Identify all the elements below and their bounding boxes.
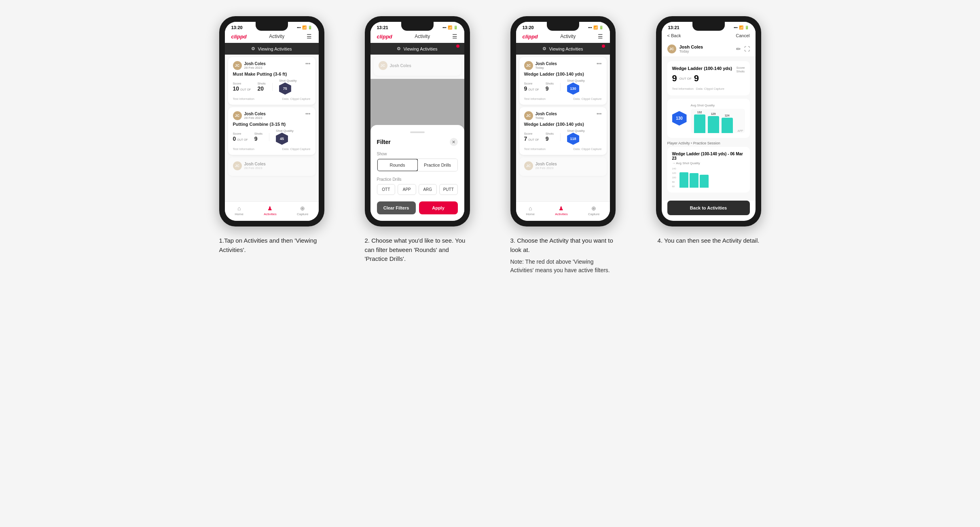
banner-text-1: Viewing Activities (258, 47, 292, 51)
activity-card-3-3: JC Josh Coles 28 Feb 2023 (519, 157, 607, 176)
card-dots-1-2[interactable]: ••• (305, 111, 311, 117)
footer-left-1-1: Test Information (233, 97, 254, 101)
shots-label-1-1: Shots (257, 82, 265, 85)
screen-2-bg: JC Josh Coles Filter (370, 55, 464, 221)
detail-drill-card-4: Wedge Ladder (100-140 yds) - 06 Mar 23 →… (667, 147, 750, 193)
signal-icon-2: ▪▪▪ (442, 25, 447, 30)
bar-3: 124 (722, 114, 733, 133)
card-stats-1-2: Score 0 OUT OF Shots 9 (233, 129, 311, 145)
sq-badge-3-2: 118 (567, 133, 579, 145)
step-3-description: 3. Choose the Activity that you want to … (510, 236, 616, 275)
detail-content-4: Wedge Ladder (100-140 yds) Score Shots 9 (662, 57, 756, 201)
detail-user-bar-4: JC Josh Coles Today ✏ ⛶ (662, 41, 756, 57)
card-title-1-2: Putting Combine (3-15 ft) (233, 122, 311, 127)
chart-x-label: APP (737, 129, 743, 132)
nav-capture-3[interactable]: ⊕ Capture (588, 205, 599, 216)
filter-handle-2 (410, 131, 425, 133)
status-icons-2: ▪▪▪ 📶 🔋 (442, 25, 458, 30)
detail-user-name-4: Josh Coles (679, 44, 703, 49)
nav-capture-1[interactable]: ⊕ Capture (297, 205, 308, 216)
activity-card-1-2[interactable]: JC Josh Coles 28 Feb 2023 ••• Putting Co… (228, 107, 315, 155)
back-button-4[interactable]: < Back (667, 33, 681, 38)
bg-card-2: JC Josh Coles (374, 57, 461, 76)
time-3: 13:20 (523, 25, 534, 30)
nav-activities-3[interactable]: ♟ Activities (555, 205, 568, 216)
detail-actions-4: ✏ ⛶ (736, 46, 750, 52)
clear-filters-btn[interactable]: Clear Filters (377, 201, 416, 214)
home-icon-1: ⌂ (237, 205, 241, 212)
step-2-description: 2. Choose what you'd like to see. You ca… (365, 236, 470, 264)
step-4-description: 4. You can then see the Activity detail. (658, 236, 760, 246)
filter-icon-3: ⚙ (542, 46, 546, 51)
score-group-1-1: Score 10 OUT OF (233, 82, 251, 92)
status-icons-3: ▪▪▪ 📶 🔋 (588, 25, 603, 30)
card-title-3-1: Wedge Ladder (100-140 yds) (524, 72, 602, 76)
nav-activities-1[interactable]: ♟ Activities (264, 205, 277, 216)
nav-home-1[interactable]: ⌂ Home (235, 205, 243, 216)
screen-2: 13:21 ▪▪▪ 📶 🔋 clippd Activity ☰ ⚙ Vi (370, 22, 464, 221)
status-icons-4: ▪▪▪ 📶 🔋 (734, 25, 749, 30)
nav-home-3[interactable]: ⌂ Home (526, 205, 535, 216)
drill-label-2: Practice Drills (377, 177, 458, 182)
expand-icon-4[interactable]: ⛶ (744, 46, 750, 52)
practice-session-label-4: Player Activity • Practice Session (667, 141, 750, 145)
score-group-1-2: Score 0 OUT OF (233, 132, 248, 142)
apply-btn[interactable]: Apply (419, 201, 458, 214)
menu-icon-3[interactable]: ☰ (598, 33, 603, 40)
putt-btn[interactable]: PUTT (439, 184, 458, 195)
filter-icon-1: ⚙ (251, 46, 255, 51)
filter-header-2: Filter ✕ (377, 138, 458, 146)
avg-sq-label-4: Avg Shot Quality (691, 104, 745, 107)
user-info-1-2: JC Josh Coles 28 Feb 2023 (233, 111, 266, 120)
menu-icon-2[interactable]: ☰ (452, 33, 457, 40)
time-2: 13:21 (377, 25, 388, 30)
wifi-icon-4: 📶 (739, 25, 743, 30)
menu-icon-1[interactable]: ☰ (307, 33, 312, 40)
stat-divider-1-1 (272, 83, 273, 91)
activity-card-3-1[interactable]: JC Josh Coles Today ••• Wedge Ladder (10… (519, 57, 607, 105)
activity-banner-2[interactable]: ⚙ Viewing Activities (370, 43, 464, 55)
detail-card-title-4: Wedge Ladder (100-140 yds) (672, 66, 732, 71)
nav-bar-3: clippd Activity ☰ (516, 32, 610, 43)
bar-chart-4: 132 129 124 (691, 109, 745, 133)
detail-data-source-4: Data: Clippd Capture (696, 87, 724, 91)
filter-close-btn[interactable]: ✕ (450, 138, 458, 146)
nav-title-1: Activity (269, 34, 284, 39)
activity-banner-1[interactable]: ⚙ Viewing Activities (225, 43, 319, 55)
red-dot-2 (456, 44, 459, 48)
activity-banner-3[interactable]: ⚙ Viewing Activities (516, 43, 610, 55)
step-4-col: 13:21 ▪▪▪ 📶 🔋 < Back Cancel JC (644, 16, 773, 275)
card-stats-1-1: Score 10 OUT OF Shots 20 (233, 79, 311, 95)
edit-icon-4[interactable]: ✏ (736, 46, 741, 52)
footer-right-1-1: Data: Clippd Capture (282, 97, 310, 101)
card-title-3-2: Wedge Ladder (100-140 yds) (524, 122, 602, 127)
activity-card-3-2[interactable]: JC Josh Coles Today ••• Wedge Ladder (10… (519, 107, 607, 155)
practice-drills-btn[interactable]: Practice Drills (418, 159, 457, 171)
ott-btn[interactable]: OTT (377, 184, 396, 195)
bar-2: 129 (708, 112, 719, 133)
card-header-1-2: JC Josh Coles 28 Feb 2023 ••• (233, 111, 311, 120)
battery-icon-2: 🔋 (453, 25, 458, 30)
nav-title-3: Activity (560, 34, 576, 39)
toggle-group-2: Rounds Practice Drills (377, 159, 458, 171)
sq-group-1-1: Shot Quality 75 (279, 79, 297, 95)
sq-group-1-2: Shot Quality 45 (276, 129, 294, 145)
wifi-icon-1: 📶 (302, 25, 307, 30)
bar-1: 132 (694, 111, 705, 133)
time-1: 13:20 (231, 25, 243, 30)
card-dots-1-1[interactable]: ••• (305, 61, 311, 67)
filter-overlay-2: Filter ✕ Show Rounds Practice Drills Pra… (370, 79, 464, 221)
rounds-btn[interactable]: Rounds (377, 159, 418, 171)
logo-3: clippd (523, 34, 538, 40)
sq-badge-1-2: 45 (276, 133, 288, 145)
screen-4: 13:21 ▪▪▪ 📶 🔋 < Back Cancel JC (662, 22, 756, 221)
detail-sq-card-4: 130 Avg Shot Quality 132 129 (667, 99, 750, 138)
activity-card-1-1[interactable]: JC Josh Coles 28 Feb 2023 ••• Must Make … (228, 57, 315, 105)
app-btn[interactable]: APP (398, 184, 416, 195)
sq-hex-4: 130 (672, 111, 687, 126)
arg-btn[interactable]: ARG (419, 184, 437, 195)
cancel-button-4[interactable]: Cancel (736, 33, 749, 38)
battery-icon-3: 🔋 (599, 25, 603, 30)
activities-list-3: JC Josh Coles Today ••• Wedge Ladder (10… (516, 55, 610, 201)
back-to-activities-btn-4[interactable]: Back to Activities (667, 201, 750, 215)
